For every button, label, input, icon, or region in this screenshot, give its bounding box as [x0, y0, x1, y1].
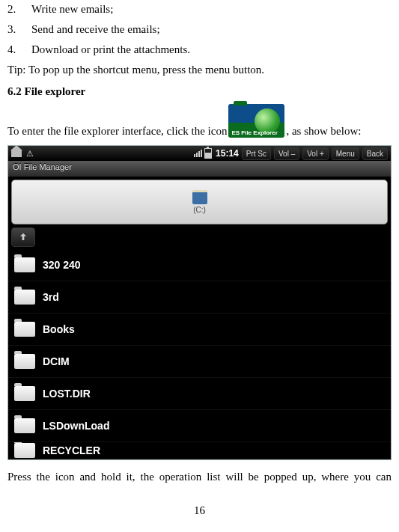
list-item-4: 4. Download or print the attachments.	[7, 43, 392, 56]
list-item-label: 3rd	[43, 291, 59, 303]
folder-icon	[14, 386, 35, 401]
enter-text-prefix: To enter the file explorer interface, cl…	[7, 125, 227, 138]
list-item[interactable]: LSDownLoad	[8, 410, 391, 442]
list-item[interactable]: RECYCLER	[8, 442, 391, 459]
signal-icon	[194, 150, 202, 157]
list-item-label: 320 240	[43, 259, 81, 271]
es-file-explorer-icon: ES File Explorer	[228, 104, 284, 138]
list-item-label: Books	[43, 323, 75, 335]
folder-icon	[14, 290, 35, 305]
list-item-label: LSDownLoad	[43, 420, 109, 432]
status-bar: ⚠ 15:14 Prt Sc Vol – Vol + Menu Back	[8, 146, 391, 161]
volume-down-button[interactable]: Vol –	[274, 147, 299, 160]
folder-icon	[14, 322, 35, 337]
arrow-up-icon	[17, 231, 29, 243]
list-item-label: LOST.DIR	[43, 388, 91, 400]
folder-icon	[14, 354, 35, 369]
back-button[interactable]: Back	[362, 147, 388, 160]
warning-icon: ⚠	[26, 149, 34, 159]
list-item-label: RECYCLER	[43, 444, 100, 456]
es-icon-label: ES File Explorer	[231, 129, 277, 136]
home-icon[interactable]	[11, 150, 22, 157]
list-text: Send and receive the emails;	[31, 23, 160, 36]
tip-text: Tip: To pop up the shortcut menu, press …	[7, 64, 392, 76]
page-number: 16	[7, 504, 392, 517]
drive-icon	[192, 190, 207, 204]
list-item[interactable]: 320 240	[8, 249, 391, 281]
list-item-2: 2. Write new emails;	[7, 3, 392, 16]
list-item[interactable]: LOST.DIR	[8, 378, 391, 410]
list-text: Download or print the attachments.	[31, 43, 190, 56]
list-number: 4.	[7, 43, 31, 56]
section-header: 6.2 File explorer	[7, 85, 392, 98]
folder-icon	[14, 443, 35, 458]
up-button[interactable]	[11, 227, 35, 247]
file-explorer-screenshot: ⚠ 15:14 Prt Sc Vol – Vol + Menu Back OI …	[7, 145, 392, 460]
list-item-label: DCIM	[43, 355, 70, 367]
list-item[interactable]: DCIM	[8, 346, 391, 378]
folder-icon	[14, 418, 35, 433]
drive-label: (C:)	[193, 206, 206, 214]
folder-icon	[14, 257, 35, 272]
prtsc-button[interactable]: Prt Sc	[242, 147, 271, 160]
drive-button[interactable]: (C:)	[11, 180, 388, 224]
list-item[interactable]: 3rd	[8, 281, 391, 314]
app-title: OI File Manager	[8, 161, 391, 177]
battery-icon	[204, 148, 212, 159]
list-number: 2.	[7, 3, 31, 16]
list-item-3: 3. Send and receive the emails;	[7, 23, 392, 36]
enter-text-suffix: , as show below:	[286, 125, 361, 138]
list-item[interactable]: Books	[8, 314, 391, 346]
bottom-paragraph: Press the icon and hold it, the operatio…	[7, 471, 392, 483]
volume-up-button[interactable]: Vol +	[302, 147, 329, 160]
menu-button[interactable]: Menu	[332, 147, 359, 160]
list-number: 3.	[7, 23, 31, 36]
list-text: Write new emails;	[31, 3, 113, 16]
clock-text: 15:14	[216, 148, 239, 159]
